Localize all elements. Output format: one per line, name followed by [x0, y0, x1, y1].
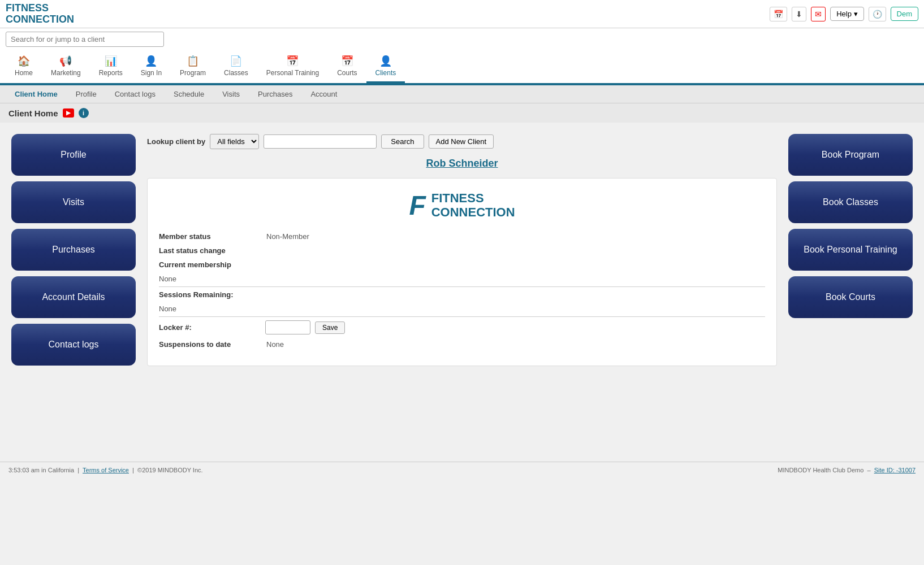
sub-nav-account[interactable]: Account: [307, 88, 340, 100]
suspensions-label: Suspensions to date: [159, 340, 261, 349]
lookup-label: Lookup client by: [147, 137, 205, 146]
sub-nav-profile[interactable]: Profile: [72, 88, 100, 100]
footer-right: MINDBODY Health Club Demo – Site ID: -31…: [778, 467, 916, 473]
personal-training-icon: 📅: [286, 55, 299, 67]
sub-nav-purchases[interactable]: Purchases: [254, 88, 296, 100]
sessions-remaining-none: None: [159, 305, 765, 313]
home-icon: 🏠: [18, 55, 30, 67]
sub-nav: Client Home Profile Contact logs Schedul…: [0, 85, 924, 103]
sub-nav-client-home[interactable]: Client Home: [11, 88, 61, 100]
current-membership-row: Current membership: [159, 260, 765, 269]
current-membership-label: Current membership: [159, 260, 261, 269]
classes-icon: 📄: [230, 55, 242, 67]
nav-tab-home-label: Home: [15, 69, 33, 77]
nav-tab-courts[interactable]: 📅 Courts: [328, 50, 366, 83]
nav-tab-sign-in-label: Sign In: [141, 69, 162, 77]
page-title-bar: Client Home ▶ i: [0, 103, 924, 123]
copyright: ©2019 MINDBODY Inc.: [137, 467, 203, 473]
terms-link[interactable]: Terms of Service: [83, 467, 129, 473]
sessions-remaining-row: Sessions Remaining:: [159, 290, 765, 299]
footer: 3:53:03 am in California | Terms of Serv…: [0, 462, 924, 478]
nav-tab-reports-label: Reports: [99, 69, 123, 77]
download-icon-btn[interactable]: ⬇: [792, 7, 806, 21]
user-menu-button[interactable]: Dem: [891, 7, 918, 21]
last-status-label: Last status change: [159, 246, 261, 255]
nav-tab-clients[interactable]: 👤 Clients: [366, 50, 405, 83]
courts-icon: 📅: [341, 55, 353, 67]
reports-icon: 📊: [105, 55, 117, 67]
logo-letter: F: [409, 190, 425, 221]
current-membership-none: None: [159, 275, 765, 283]
member-status-row: Member status Non-Member: [159, 232, 765, 241]
member-status-value: Non-Member: [266, 232, 309, 241]
mail-icon-btn[interactable]: ✉: [811, 7, 826, 21]
clock-icon-btn[interactable]: 🕐: [869, 7, 886, 21]
nav-tab-personal-training-label: Personal Training: [266, 69, 319, 77]
save-locker-button[interactable]: Save: [315, 321, 345, 334]
client-name[interactable]: Rob Schneider: [147, 158, 777, 169]
client-card-logo: F FITNESS CONNECTION: [159, 190, 765, 221]
client-search-input[interactable]: [6, 32, 164, 47]
center-content: Lookup client by All fields Name Email P…: [147, 134, 777, 450]
footer-left: 3:53:03 am in California | Terms of Serv…: [8, 467, 203, 473]
video-icon[interactable]: ▶: [63, 108, 74, 118]
nav-tabs: 🏠 Home 📢 Marketing 📊 Reports 👤 Sign In 📋…: [0, 50, 924, 84]
account-details-button[interactable]: Account Details: [11, 276, 136, 318]
page-title: Client Home: [8, 108, 58, 118]
top-right-controls: 📅 ⬇ ✉ Help ▾ 🕐 Dem: [770, 7, 918, 21]
sign-in-icon: 👤: [145, 55, 157, 67]
nav-tab-marketing-label: Marketing: [51, 69, 81, 77]
logo-text: FITNESS CONNECTION: [431, 192, 515, 219]
add-client-button[interactable]: Add New Client: [429, 134, 494, 149]
locker-row: Locker #: Save: [159, 320, 765, 334]
nav-tab-program-label: Program: [180, 69, 206, 77]
nav-tab-reports[interactable]: 📊 Reports: [90, 50, 132, 83]
profile-button[interactable]: Profile: [11, 134, 136, 176]
book-classes-button[interactable]: Book Classes: [788, 181, 913, 223]
book-courts-button[interactable]: Book Courts: [788, 276, 913, 318]
timestamp: 3:53:03 am in California: [8, 467, 74, 473]
contact-logs-button[interactable]: Contact logs: [11, 324, 136, 366]
nav-tab-marketing[interactable]: 📢 Marketing: [42, 50, 90, 83]
suspensions-row: Suspensions to date None: [159, 340, 765, 349]
nav-tab-program[interactable]: 📋 Program: [171, 50, 215, 83]
last-status-row: Last status change: [159, 246, 765, 255]
nav-tab-classes[interactable]: 📄 Classes: [215, 50, 257, 83]
site-label: MINDBODY Health Club Demo: [778, 467, 863, 473]
app-logo: FITNESS CONNECTION: [6, 3, 74, 25]
nav-tab-personal-training[interactable]: 📅 Personal Training: [257, 50, 328, 83]
sub-nav-schedule[interactable]: Schedule: [170, 88, 208, 100]
nav-tab-clients-label: Clients: [375, 69, 396, 77]
main-content: Profile Visits Purchases Account Details…: [0, 123, 924, 462]
search-bar: [0, 28, 924, 50]
nav-tab-courts-label: Courts: [337, 69, 357, 77]
help-button[interactable]: Help ▾: [830, 7, 863, 21]
lookup-row: Lookup client by All fields Name Email P…: [147, 134, 777, 149]
client-card: F FITNESS CONNECTION Member status Non-M…: [147, 178, 777, 366]
locker-label: Locker #:: [159, 323, 261, 332]
search-button[interactable]: Search: [381, 134, 424, 149]
marketing-icon: 📢: [59, 55, 72, 67]
right-sidebar: Book Program Book Classes Book Personal …: [788, 134, 913, 450]
sessions-remaining-label: Sessions Remaining:: [159, 290, 261, 299]
suspensions-value: None: [266, 340, 284, 349]
book-personal-training-button[interactable]: Book Personal Training: [788, 229, 913, 271]
member-status-label: Member status: [159, 232, 261, 241]
book-program-button[interactable]: Book Program: [788, 134, 913, 176]
nav-tab-home[interactable]: 🏠 Home: [6, 50, 42, 83]
left-sidebar: Profile Visits Purchases Account Details…: [11, 134, 136, 450]
purchases-button[interactable]: Purchases: [11, 229, 136, 271]
info-icon[interactable]: i: [79, 108, 89, 118]
nav-tab-sign-in[interactable]: 👤 Sign In: [132, 50, 171, 83]
locker-input[interactable]: [265, 320, 310, 334]
nav-tab-classes-label: Classes: [224, 69, 248, 77]
lookup-select[interactable]: All fields Name Email Phone ID: [210, 134, 259, 149]
lookup-input[interactable]: [264, 134, 377, 149]
visits-button[interactable]: Visits: [11, 181, 136, 223]
calendar-icon-btn[interactable]: 📅: [770, 7, 787, 21]
sub-nav-visits[interactable]: Visits: [219, 88, 243, 100]
site-id-link[interactable]: Site ID: -31007: [874, 467, 916, 473]
clients-icon: 👤: [379, 55, 392, 67]
program-icon: 📋: [187, 55, 199, 67]
sub-nav-contact-logs[interactable]: Contact logs: [111, 88, 159, 100]
